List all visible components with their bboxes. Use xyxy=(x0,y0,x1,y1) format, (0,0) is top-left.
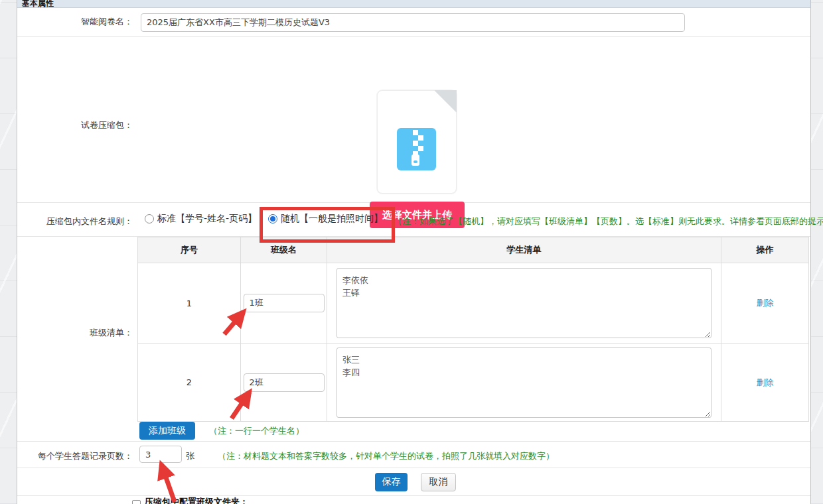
row1-class-cell xyxy=(241,263,327,343)
row-class-list: 班级清单： 序号 班级名 学生清单 操作 1 删除 xyxy=(17,237,810,442)
zip-pull xyxy=(412,155,419,166)
delete-link-2[interactable]: 删除 xyxy=(757,377,774,389)
pages-count-input[interactable] xyxy=(139,446,182,463)
class-list-label: 班级清单： xyxy=(17,327,133,339)
class-folder-label: 压缩包中配置班级文件夹： xyxy=(145,496,248,504)
row2-actions-cell: 删除 xyxy=(721,344,808,421)
zip-glyph xyxy=(397,128,436,170)
row-actions: 保存 取消 xyxy=(17,468,810,496)
row-pages-per-student: 每个学生答题记录页数： 张 （注：材料题文本和答案字数较多，针对单个学生的试卷，… xyxy=(17,442,810,468)
zip-label: 试卷压缩包： xyxy=(17,119,133,131)
row1-students-cell xyxy=(327,263,721,343)
delete-link-1[interactable]: 删除 xyxy=(757,297,774,309)
radio-checked-icon[interactable] xyxy=(268,214,277,223)
radio-unchecked-icon[interactable] xyxy=(145,214,154,223)
zip-teeth xyxy=(413,130,418,135)
add-class-note: （注：一行一个学生名） xyxy=(209,425,304,437)
row2-students-cell xyxy=(327,344,721,421)
zip-file-icon xyxy=(377,90,457,194)
row-filename-rule: 压缩包内文件名规则： 标准【学号-姓名-页码】 随机【一般是拍照时间】 （注：如… xyxy=(17,203,810,237)
table-row: 2 删除 xyxy=(138,344,808,422)
header-class-name: 班级名 xyxy=(241,237,327,263)
basic-properties-panel: 基本属性 智能阅卷名： 试卷压缩包： 选择文件并上传 压缩包内文件名规则： 标准… xyxy=(17,0,811,504)
row1-actions-cell: 删除 xyxy=(721,263,808,343)
radio-option-standard[interactable]: 标准【学号-姓名-页码】 xyxy=(145,213,257,225)
save-button[interactable]: 保存 xyxy=(375,473,408,491)
filename-rule-note: （注：如果选了【随机】，请对应填写【班级清单】【页数】。选【标准】则无此要求。详… xyxy=(394,216,823,227)
cancel-button[interactable]: 取消 xyxy=(421,473,456,491)
students-textarea-2[interactable] xyxy=(337,347,711,418)
pages-label: 每个学生答题记录页数： xyxy=(17,450,133,462)
class-folder-checkbox[interactable] xyxy=(132,500,141,504)
header-actions: 操作 xyxy=(721,237,808,263)
class-table: 序号 班级名 学生清单 操作 1 删除 2 xyxy=(137,237,809,422)
exam-name-input[interactable] xyxy=(141,13,685,32)
radio-standard-label: 标准【学号-姓名-页码】 xyxy=(157,213,257,225)
header-students: 学生清单 xyxy=(327,237,721,263)
exam-name-label: 智能阅卷名： xyxy=(17,16,133,28)
filename-rule-label: 压缩包内文件名规则： xyxy=(17,216,133,227)
students-textarea-1[interactable] xyxy=(337,268,711,338)
row2-class-cell xyxy=(241,344,327,421)
row1-index: 1 xyxy=(138,263,241,343)
add-class-button[interactable]: 添加班级 xyxy=(139,422,195,440)
row-zip-upload: 试卷压缩包： 选择文件并上传 xyxy=(17,37,810,203)
pages-note: （注：材料题文本和答案字数较多，针对单个学生的试卷，拍照了几张就填入对应数字） xyxy=(218,450,554,462)
class-table-header: 序号 班级名 学生清单 操作 xyxy=(138,237,808,263)
row-exam-name: 智能阅卷名： xyxy=(17,7,810,37)
radio-option-random[interactable]: 随机【一般是拍照时间】 xyxy=(268,213,383,225)
pages-unit: 张 xyxy=(186,450,194,462)
class-name-input-2[interactable] xyxy=(244,373,325,392)
row-bottom-partial: 压缩包中配置班级文件夹： xyxy=(17,496,810,504)
row2-index: 2 xyxy=(138,344,241,421)
class-name-input-1[interactable] xyxy=(244,294,325,312)
file-fold-corner xyxy=(434,90,457,113)
table-row: 1 删除 xyxy=(138,263,808,344)
header-index: 序号 xyxy=(138,237,241,263)
radio-random-label: 随机【一般是拍照时间】 xyxy=(281,213,383,225)
